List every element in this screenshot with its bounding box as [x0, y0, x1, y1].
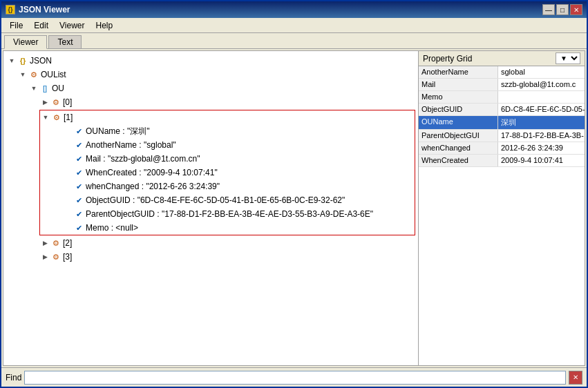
maximize-button[interactable]: □ [556, 4, 569, 15]
spacer-5 [62, 181, 73, 192]
main-window: {} JSON Viewer — □ ✕ File Edit Viewer He… [0, 0, 588, 388]
tree-node-json: ▼ {} JSON ▼ ⚙ OUList ▼ [] [6, 54, 415, 264]
tree-label-memo: Memo : <null> [86, 222, 138, 234]
prop-row-anothername[interactable]: AnotherName sglobal [419, 66, 585, 79]
property-grid-title: Property Grid [423, 54, 472, 64]
prop-value-parentobjectgui: 17-88-D1-F2-BB-EA-3B- [498, 130, 585, 142]
prop-value-anothername: sglobal [498, 66, 585, 78]
expand-2-icon[interactable]: ▶ [39, 237, 50, 249]
title-bar: {} JSON Viewer — □ ✕ [1, 1, 587, 18]
prop-value-ouname: 深圳 [498, 116, 585, 129]
prop-key-memo: Memo [419, 91, 498, 103]
tree-label-json: JSON [30, 55, 52, 67]
spacer-6 [62, 195, 73, 206]
prop-row-parentobjectgui[interactable]: ParentObjectGUI 17-88-D1-F2-BB-EA-3B- [419, 130, 585, 142]
app-icon: {} [6, 5, 15, 14]
tree-node-3: ▶ ⚙ [3] [39, 250, 415, 264]
tree-node-0: ▶ ⚙ [0] [39, 95, 415, 109]
property-grid-dropdown[interactable]: ▼ [556, 52, 580, 64]
tree-label-ou: OU [52, 82, 64, 95]
prop-value-whencreated: 2009-9-4 10:07:41 [498, 155, 585, 166]
find-input[interactable] [24, 371, 566, 385]
menu-file[interactable]: File [4, 19, 28, 31]
prop-row-mail[interactable]: Mail szzb-global@1t.com.c [419, 79, 585, 91]
check-parentobjectguid-icon: ✔ [73, 208, 84, 220]
prop-key-ouname: OUName [419, 116, 498, 129]
tree-label-whenchanged: whenChanged : "2012-6-26 3:24:39" [86, 180, 220, 193]
tree-label-parentobjectguid: ParentObjectGUID : "17-88-D1-F2-BB-EA-3B… [86, 208, 373, 220]
spacer-3 [62, 153, 73, 164]
tree-panel[interactable]: ▼ {} JSON ▼ ⚙ OUList ▼ [] [3, 51, 419, 365]
json-icon: {} [17, 55, 28, 66]
check-ouname-icon: ✔ [73, 126, 84, 137]
tab-viewer[interactable]: Viewer [4, 35, 47, 49]
tab-bar: Viewer Text [1, 33, 587, 49]
find-clear-button[interactable] [569, 371, 582, 385]
expand-1-icon[interactable]: ▼ [40, 112, 51, 123]
property-table: AnotherName sglobal Mail szzb-global@1t.… [419, 66, 585, 365]
title-bar-left: {} JSON Viewer [6, 5, 70, 14]
tree-node-2: ▶ ⚙ [2] [39, 236, 415, 250]
tree-label-objectguid: ObjectGUID : "6D-C8-4E-FE-6C-5D-05-41-B1… [86, 194, 345, 206]
prop-value-mail: szzb-global@1t.com.c [498, 79, 585, 90]
close-button[interactable]: ✕ [570, 4, 582, 15]
check-whencreated-icon: ✔ [73, 167, 84, 178]
tree-label-ouname: OUName : "深圳" [86, 125, 150, 137]
expand-0-icon[interactable]: ▶ [39, 97, 50, 108]
minimize-button[interactable]: — [542, 4, 555, 15]
spacer-1 [62, 126, 73, 137]
prop-key-parentobjectgui: ParentObjectGUI [419, 130, 498, 142]
node2-icon: ⚙ [50, 237, 61, 249]
check-mail-icon: ✔ [73, 153, 84, 164]
prop-key-anothername: AnotherName [419, 66, 498, 78]
find-label: Find [6, 373, 21, 382]
prop-row-whencreated[interactable]: WhenCreated 2009-9-4 10:07:41 [419, 155, 585, 167]
prop-key-mail: Mail [419, 79, 498, 90]
prop-row-memo[interactable]: Memo [419, 91, 585, 104]
node0-icon: ⚙ [50, 97, 61, 108]
spacer-8 [62, 222, 73, 233]
prop-key-whencreated: WhenCreated [419, 155, 498, 166]
tab-text[interactable]: Text [48, 35, 82, 48]
tree-node-oulist: ▼ ⚙ OUList ▼ [] OU [17, 68, 415, 264]
prop-row-whenchanged[interactable]: whenChanged 2012-6-26 3:24:39 [419, 142, 585, 155]
spacer-4 [62, 167, 73, 178]
spacer-2 [62, 139, 73, 151]
prop-value-objectguid: 6D-C8-4E-FE-6C-5D-05- [498, 104, 585, 115]
menu-help[interactable]: Help [91, 19, 119, 31]
menu-viewer[interactable]: Viewer [54, 19, 90, 31]
expand-oulist-icon[interactable]: ▼ [17, 69, 28, 80]
tree-label-whencreated: WhenCreated : "2009-9-4 10:07:41" [86, 166, 218, 179]
main-content: ▼ {} JSON ▼ ⚙ OUList ▼ [] [3, 50, 585, 366]
oulist-icon: ⚙ [28, 69, 39, 80]
check-anothername-icon: ✔ [73, 139, 84, 151]
prop-value-whenchanged: 2012-6-26 3:24:39 [498, 142, 585, 154]
prop-value-memo [498, 91, 585, 103]
tree-label-1: [1] [64, 111, 73, 124]
find-bar: Find [1, 367, 587, 387]
tree-label-oulist: OUList [41, 68, 66, 81]
expand-json-icon[interactable]: ▼ [6, 55, 17, 66]
tree-label-mail: Mail : "szzb-global@1t.com.cn" [86, 153, 200, 165]
tree-label-0: [0] [63, 96, 72, 108]
prop-row-objectguid[interactable]: ObjectGUID 6D-C8-4E-FE-6C-5D-05- [419, 104, 585, 116]
tree-label-2: [2] [63, 237, 72, 249]
node1-icon: ⚙ [51, 112, 62, 123]
prop-row-ouname[interactable]: OUName 深圳 [419, 116, 585, 130]
tree-node-ou: ▼ [] OU ▶ ⚙ [0] [28, 81, 415, 264]
spacer-7 [62, 208, 73, 220]
check-objectguid-icon: ✔ [73, 195, 84, 206]
expand-3-icon[interactable]: ▶ [39, 251, 50, 262]
menu-edit[interactable]: Edit [28, 19, 54, 31]
node3-icon: ⚙ [50, 251, 61, 262]
title-controls: — □ ✕ [542, 4, 582, 15]
tree-node-1-box: ▼ ⚙ [1] ✔ OUName : "深圳" [39, 110, 415, 235]
expand-ou-icon[interactable]: ▼ [28, 83, 39, 94]
tree-label-3: [3] [63, 251, 72, 263]
property-panel: Property Grid ▼ AnotherName sglobal Mail… [419, 51, 585, 365]
window-title: JSON Viewer [19, 5, 70, 14]
tree-node-1-children: ✔ OUName : "深圳" ✔ AnotherName : "sglobal… [62, 124, 415, 235]
check-whenchanged-icon: ✔ [73, 181, 84, 192]
prop-key-objectguid: ObjectGUID [419, 104, 498, 115]
menu-bar: File Edit Viewer Help [1, 18, 587, 33]
